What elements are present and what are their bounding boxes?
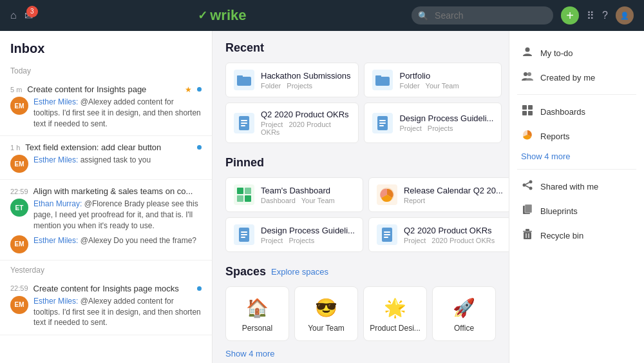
list-item[interactable]: 1 h Text field extension: add clear butt… bbox=[0, 136, 212, 180]
svg-rect-40 bbox=[523, 231, 532, 232]
divider bbox=[517, 94, 636, 95]
card-meta: Report bbox=[404, 197, 503, 204]
inbox-message: Esther Miles: assigned task to you bbox=[33, 155, 151, 173]
inbox-message: Esther Miles: @Alexey Do you need the fr… bbox=[33, 235, 196, 253]
search-icon: 🔍 bbox=[418, 11, 428, 21]
person-icon bbox=[521, 46, 534, 59]
list-item[interactable]: 😎 Your Team bbox=[294, 286, 358, 341]
right-panel-label: Created by me bbox=[540, 73, 595, 83]
inbox-section-today: Today bbox=[0, 61, 212, 78]
mention: Esther Miles: bbox=[33, 155, 78, 164]
list-item[interactable]: 5 m Create content for Insights page ★ E… bbox=[0, 78, 212, 136]
add-button[interactable]: + bbox=[561, 6, 579, 25]
grid-icon[interactable]: ⠿ bbox=[587, 10, 594, 22]
inbox-item-title: Create content for Insights page bbox=[27, 84, 180, 94]
space-emoji: 🌟 bbox=[384, 297, 406, 319]
svg-point-34 bbox=[523, 184, 526, 187]
explore-spaces-link[interactable]: Explore spaces bbox=[271, 267, 328, 277]
right-panel-item-created-by-me[interactable]: Created by me bbox=[517, 66, 636, 89]
svg-point-35 bbox=[529, 187, 533, 190]
dashboard-icon bbox=[234, 184, 254, 205]
home-icon[interactable]: ⌂ bbox=[10, 10, 17, 21]
inbox-time: 5 m bbox=[10, 86, 22, 93]
mention: Esther Miles: bbox=[33, 236, 78, 245]
space-name: Office bbox=[454, 324, 474, 333]
header-center: ✓ wrike bbox=[198, 7, 246, 24]
right-panel-label: My to-do bbox=[540, 48, 573, 58]
list-item[interactable]: Team's Dashboard Dashboard Your Team bbox=[225, 177, 363, 212]
mention: Esther Miles: bbox=[33, 297, 78, 306]
list-item[interactable]: Portfolio Folder Your Team bbox=[364, 63, 502, 97]
list-item[interactable]: 🏠 Personal bbox=[225, 286, 289, 341]
inbox-message: Esther Miles: @Alexey added content for … bbox=[33, 296, 202, 328]
right-panel-item-blueprints[interactable]: Blueprints bbox=[517, 199, 636, 222]
doc-icon bbox=[234, 113, 254, 133]
search-input[interactable] bbox=[412, 6, 553, 25]
svg-rect-1 bbox=[237, 75, 243, 78]
card-meta: Project Projects bbox=[261, 237, 355, 244]
unread-dot bbox=[197, 87, 202, 92]
logo-text: wrike bbox=[210, 7, 246, 24]
logo-icon: ✓ bbox=[198, 8, 207, 23]
svg-rect-13 bbox=[245, 188, 251, 194]
list-item[interactable]: Release Calendar Q2 20... Report bbox=[368, 177, 509, 212]
inbox-item-title: Text field extension: add clear button bbox=[25, 142, 192, 152]
list-item[interactable]: 22:59 Create content for Insights page m… bbox=[0, 277, 212, 335]
spaces-header: Spaces Explore spaces bbox=[225, 265, 496, 279]
svg-point-33 bbox=[529, 181, 533, 184]
right-panel-item-my-todo[interactable]: My to-do bbox=[517, 41, 636, 64]
right-panel-item-shared[interactable]: Shared with me bbox=[517, 175, 636, 198]
card-info: Design Process Guideli... Project Projec… bbox=[399, 113, 493, 132]
list-item[interactable]: Q2 2020 Product OKRs Project 2020 Produc… bbox=[225, 103, 359, 143]
right-panel-item-reports[interactable]: Reports bbox=[517, 124, 636, 148]
doc-icon bbox=[377, 224, 397, 245]
right-panel-label: Dashboards bbox=[540, 107, 585, 117]
header-left: ⌂ ✉ 3 bbox=[10, 10, 33, 22]
card-name: Release Calendar Q2 20... bbox=[404, 186, 503, 195]
svg-rect-3 bbox=[375, 75, 381, 78]
recent-grid: Hackathon Submissions Folder Projects Po… bbox=[225, 63, 496, 143]
svg-rect-41 bbox=[526, 229, 529, 231]
space-emoji: 🏠 bbox=[246, 297, 269, 319]
list-item[interactable]: 🚀 Office bbox=[432, 286, 496, 341]
inbox-time: 22:59 bbox=[10, 284, 28, 292]
report-icon bbox=[377, 184, 397, 205]
svg-rect-14 bbox=[237, 195, 243, 202]
list-item[interactable]: Q2 2020 Product OKRs Project 2020 Produc… bbox=[368, 217, 509, 252]
svg-rect-6 bbox=[241, 123, 247, 124]
svg-point-25 bbox=[526, 48, 530, 52]
spaces-title: Spaces bbox=[225, 265, 266, 279]
list-item[interactable]: Design Process Guideli... Project Projec… bbox=[364, 103, 502, 143]
space-name: Product Desi... bbox=[370, 324, 421, 333]
inbox-time: 22:59 bbox=[10, 188, 28, 195]
inbox-icon[interactable]: ✉ 3 bbox=[24, 10, 33, 22]
dashboard-icon bbox=[521, 105, 534, 118]
main-layout: Inbox Today 5 m Create content for Insig… bbox=[0, 31, 644, 363]
svg-point-27 bbox=[527, 72, 531, 76]
list-item[interactable]: 22:59 Align with marketing & sales teams… bbox=[0, 180, 212, 260]
avatar: EM bbox=[10, 235, 28, 253]
svg-line-37 bbox=[526, 186, 529, 188]
star-icon: ★ bbox=[185, 85, 192, 94]
right-panel-item-dashboards[interactable]: Dashboards bbox=[517, 100, 636, 123]
show-more-right[interactable]: Show 4 more bbox=[517, 149, 636, 164]
show-more-spaces[interactable]: Show 4 more bbox=[225, 349, 496, 358]
svg-rect-9 bbox=[379, 120, 386, 121]
divider bbox=[517, 169, 636, 170]
list-item[interactable]: 🌟 Product Desi... bbox=[363, 286, 427, 341]
right-panel: My to-do Created by me Dashboards Report… bbox=[509, 31, 644, 363]
card-name: Q2 2020 Product OKRs bbox=[404, 226, 503, 235]
card-info: Hackathon Submissions Folder Projects bbox=[261, 71, 350, 90]
avatar: EM bbox=[10, 97, 28, 115]
people-icon bbox=[521, 71, 534, 84]
list-item[interactable]: Design Process Guideli... Project Projec… bbox=[225, 217, 363, 252]
card-meta: Folder Projects bbox=[261, 82, 350, 90]
list-item[interactable]: Hackathon Submissions Folder Projects bbox=[225, 63, 359, 97]
pinned-title: Pinned bbox=[225, 156, 496, 170]
avatar[interactable]: 👤 bbox=[616, 6, 634, 25]
avatar: EM bbox=[10, 155, 28, 173]
right-panel-item-recycle-bin[interactable]: Recycle bin bbox=[517, 224, 636, 247]
doc-icon bbox=[372, 113, 393, 133]
search-wrapper: 🔍 bbox=[412, 6, 553, 25]
help-icon[interactable]: ? bbox=[602, 10, 608, 21]
